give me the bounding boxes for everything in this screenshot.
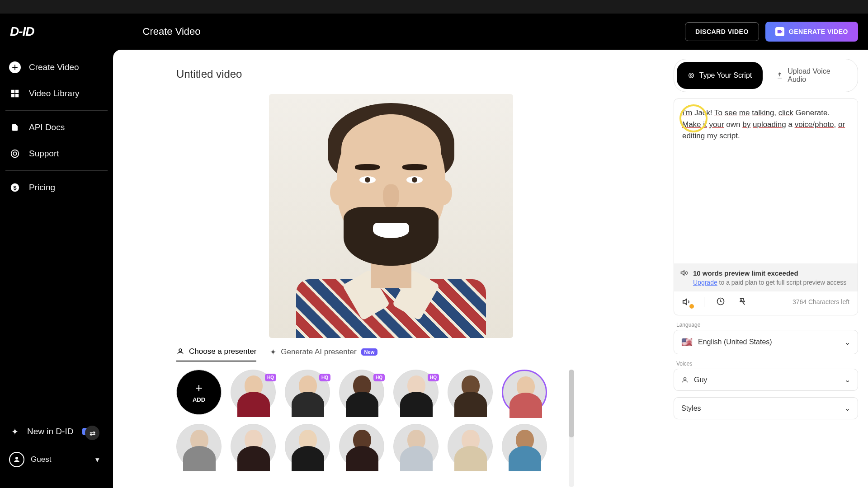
presenter-thumb[interactable]: HQ (231, 370, 276, 415)
chars-remaining: 3764 Characters left (793, 298, 849, 305)
nav-create-video[interactable]: + Create Video (0, 54, 113, 80)
nav-video-library[interactable]: Video Library (0, 80, 113, 107)
nav-label: Support (29, 149, 59, 159)
nav-label: Pricing (29, 183, 55, 192)
styles-value: Styles (681, 404, 701, 413)
presenter-thumb[interactable] (448, 424, 493, 469)
nav-support[interactable]: Support (0, 141, 113, 167)
plus-icon: + (195, 382, 203, 394)
sparkle-icon: ✦ (270, 347, 276, 357)
presenter-thumb-selected[interactable] (502, 370, 547, 415)
sidebar: + Create Video Video Library API Docs Su… (0, 50, 113, 488)
page-title: Create Video (143, 26, 201, 38)
chevron-down-icon: ⌄ (844, 404, 850, 413)
language-label: Language (676, 322, 858, 328)
voices-label: Voices (676, 361, 858, 367)
script-mode-tabs: Type Your Script Upload Voice Audio (674, 59, 858, 92)
svg-point-4 (11, 150, 19, 158)
limit-rest: to a paid plan to get full script previe… (717, 279, 847, 286)
svg-text:$: $ (13, 184, 16, 191)
presenter-thumb[interactable] (448, 370, 493, 415)
user-menu[interactable]: Guest ▾ (0, 445, 113, 474)
presenter-thumb[interactable]: HQ (393, 370, 439, 415)
chevron-down-icon: ▾ (95, 455, 99, 465)
svg-rect-1 (15, 90, 19, 93)
svg-point-5 (13, 152, 16, 155)
scrollbar-thumb[interactable] (569, 370, 574, 437)
clock-button[interactable] (716, 297, 726, 307)
nav-label: Create Video (29, 62, 79, 72)
styles-dropdown[interactable]: Styles ⌄ (674, 397, 858, 419)
chevron-down-icon: ⌄ (844, 375, 850, 384)
tab-type-script[interactable]: Type Your Script (677, 62, 763, 89)
divider (704, 297, 704, 307)
hq-badge: HQ (373, 374, 385, 381)
presenter-thumb[interactable]: HQ (339, 370, 384, 415)
svg-rect-2 (11, 94, 14, 97)
user-icon (9, 452, 24, 467)
target-icon (688, 72, 695, 79)
guest-label: Guest (31, 455, 51, 464)
nav-pricing[interactable]: $ Pricing (0, 174, 113, 201)
tab-choose-presenter[interactable]: Choose a presenter (176, 347, 256, 361)
tab-label: Type Your Script (699, 71, 752, 80)
presenter-tabs: Choose a presenter ✦ Generate AI present… (136, 347, 646, 361)
tab-label: Generate AI presenter (281, 347, 356, 357)
divider (5, 170, 108, 171)
tab-upload-audio[interactable]: Upload Voice Audio (769, 62, 855, 89)
svg-rect-0 (11, 90, 14, 93)
presenter-thumb[interactable] (285, 424, 330, 469)
tab-label: Choose a presenter (189, 347, 256, 356)
script-editor[interactable]: I'm Jack! To see me talking, click Gener… (674, 99, 858, 315)
video-title-input[interactable]: Untitled video (176, 68, 646, 80)
user-icon (176, 347, 184, 356)
language-dropdown[interactable]: 🇺🇸 English (United States) ⌄ (674, 330, 858, 354)
svg-point-13 (684, 377, 686, 380)
dollar-icon: $ (9, 182, 21, 193)
flag-icon: 🇺🇸 (681, 337, 693, 347)
new-badge: New (361, 348, 378, 356)
tab-generate-ai[interactable]: ✦ Generate AI presenter New (270, 347, 377, 361)
svg-point-8 (15, 457, 18, 460)
presenter-thumb[interactable] (176, 424, 222, 469)
presenter-thumb[interactable]: HQ (285, 370, 330, 415)
add-presenter-button[interactable]: + ADD (176, 370, 222, 415)
nav-label: Video Library (29, 89, 80, 99)
script-text[interactable]: I'm Jack! To see me talking, click Gener… (682, 107, 849, 263)
plus-icon: + (9, 61, 21, 73)
presenter-thumb[interactable] (393, 424, 439, 469)
language-value: English (United States) (698, 338, 772, 346)
swap-icon[interactable]: ⇄ (85, 426, 99, 440)
scrollbar[interactable] (569, 370, 574, 487)
hq-badge: HQ (428, 374, 439, 381)
discard-video-button[interactable]: DISCARD VIDEO (685, 22, 759, 41)
hq-badge: HQ (265, 374, 276, 381)
new-in-label: New in D-ID (27, 427, 73, 436)
presenter-thumb[interactable] (339, 424, 384, 469)
nav-label: API Docs (29, 122, 65, 132)
presenter-thumb[interactable] (231, 424, 276, 469)
upgrade-link[interactable]: Upgrade (693, 279, 717, 286)
nav-api-docs[interactable]: API Docs (0, 114, 113, 141)
generate-video-button[interactable]: GENERATE VIDEO (765, 22, 858, 42)
app-header: D-ID Create Video DISCARD VIDEO GENERATE… (0, 14, 868, 50)
voices-value: Guy (694, 376, 707, 384)
main-canvas: Untitled video Choose a presenter ✦ Ge (113, 50, 669, 488)
document-icon (9, 122, 21, 133)
generate-label: GENERATE VIDEO (789, 28, 848, 35)
person-icon (681, 376, 689, 384)
upload-icon (776, 72, 783, 79)
limit-title: 10 words preview limit exceeded (693, 269, 798, 277)
listen-button[interactable] (682, 297, 692, 307)
presenter-grid: + ADD HQ HQ HQ HQ (136, 370, 561, 469)
logo: D-ID (10, 24, 34, 39)
unpin-button[interactable] (738, 297, 748, 307)
voices-dropdown[interactable]: Guy ⌄ (674, 369, 858, 391)
add-label: ADD (193, 396, 205, 403)
highlight-ring (679, 104, 708, 132)
presenter-thumb[interactable] (502, 424, 547, 469)
grid-icon (9, 88, 21, 99)
presenter-preview (269, 94, 513, 338)
lifebuoy-icon (9, 148, 21, 160)
svg-point-11 (690, 75, 692, 76)
